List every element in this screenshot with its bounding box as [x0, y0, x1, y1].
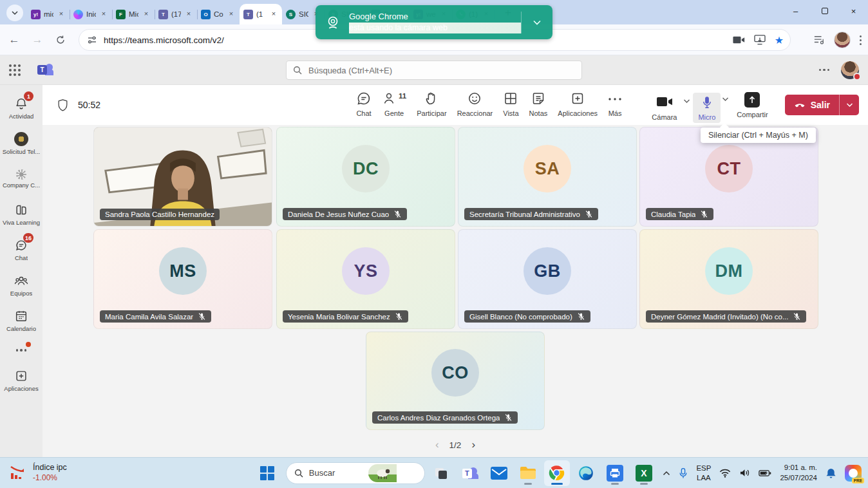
- more-button[interactable]: Más: [603, 91, 627, 117]
- chrome-button[interactable]: [544, 460, 570, 486]
- participant-nameplate: Secretaría Tribunal Administrativo: [464, 208, 598, 220]
- sidebar-item-actividad[interactable]: 1 Actividad: [0, 90, 42, 126]
- app-launcher-icon[interactable]: [9, 64, 21, 76]
- participant-tile[interactable]: DC Daniela De Jesus Nuñez Cuao: [276, 127, 455, 227]
- leave-options-chevron[interactable]: [840, 102, 859, 108]
- bookmark-star-icon[interactable]: ★: [775, 34, 784, 46]
- participant-tile[interactable]: YS Yesenia Maria Bolivar Sanchez: [276, 229, 455, 329]
- company-app-icon: [16, 169, 26, 180]
- participant-tile[interactable]: CO Carlos Andres Diaz Granados Ortega: [366, 332, 545, 430]
- participant-tile[interactable]: DM Deyner Gómez Madrid (Invitado) (No co…: [639, 229, 818, 329]
- page-previous-button[interactable]: ‹: [435, 438, 439, 451]
- browser-tab-forms[interactable]: F Micro ×: [112, 4, 155, 24]
- sidebar-item-equipos[interactable]: Equipos: [0, 267, 42, 303]
- sidebar-item-solicitud[interactable]: Solicitud Tel...: [0, 126, 42, 161]
- teams-app-button[interactable]: T: [457, 460, 483, 486]
- reload-button[interactable]: [52, 31, 70, 49]
- chat-button[interactable]: Chat: [351, 91, 377, 117]
- tray-expand-chevron[interactable]: [663, 471, 670, 476]
- mic-options-chevron[interactable]: [722, 97, 729, 102]
- react-button[interactable]: Reaccionar: [452, 91, 498, 117]
- notes-button[interactable]: Notas: [524, 91, 553, 117]
- sidebar-label: Company C...: [3, 182, 40, 189]
- share-button[interactable]: Compartir: [731, 92, 773, 118]
- sidebar-item-chat[interactable]: 16 Chat: [0, 232, 42, 267]
- mic-muted-icon: [577, 312, 585, 321]
- participant-grid: Sandra Paola Castillo Hernandez DC Danie…: [42, 125, 868, 457]
- tab-close-icon[interactable]: ×: [227, 10, 236, 19]
- leave-button[interactable]: Salir: [785, 95, 859, 115]
- camera-in-use-icon[interactable]: [733, 35, 745, 44]
- camera-usage-notification[interactable]: Google Chrome está usando la cámara web: [316, 5, 552, 39]
- tab-close-icon[interactable]: ×: [142, 10, 151, 19]
- participant-tile[interactable]: SA Secretaría Tribunal Administrativo: [458, 127, 637, 227]
- page-next-button[interactable]: ›: [471, 438, 475, 451]
- teams-more-options-icon[interactable]: [819, 69, 830, 71]
- teams-profile-avatar[interactable]: [841, 61, 859, 79]
- volume-icon[interactable]: [739, 468, 750, 478]
- participant-name: Gisell Blanco (No comprobado): [469, 313, 572, 321]
- fax-printer-app-button[interactable]: [602, 460, 628, 486]
- edge-button[interactable]: [573, 460, 599, 486]
- browser-tab-outlook[interactable]: O Corr ×: [197, 4, 240, 24]
- viva-learning-icon: [14, 203, 28, 217]
- teams-search-input[interactable]: Búsqueda (Ctrl+Alt+E): [286, 61, 582, 80]
- browser-tab-yammer[interactable]: y! micro ×: [27, 4, 70, 24]
- camera-options-chevron[interactable]: [683, 99, 690, 104]
- window-restore-button[interactable]: [810, 0, 839, 22]
- people-button[interactable]: 11 Gente: [377, 91, 411, 117]
- tab-search-button[interactable]: [6, 5, 23, 21]
- file-explorer-button[interactable]: [515, 460, 541, 486]
- raise-hand-button[interactable]: Participar: [411, 91, 451, 117]
- sidebar-label: Equipos: [10, 290, 32, 297]
- taskbar-search-input[interactable]: Buscar: [286, 462, 425, 484]
- camera-button[interactable]: Cámara: [646, 95, 682, 121]
- browser-tab-copilot[interactable]: Inicio ×: [70, 4, 112, 24]
- browser-profile-avatar[interactable]: [834, 32, 851, 48]
- task-view-button[interactable]: [428, 460, 454, 486]
- participant-tile[interactable]: GB Gisell Blanco (No comprobado): [458, 229, 637, 329]
- mic-button[interactable]: Micro: [693, 93, 721, 123]
- back-button[interactable]: ←: [5, 31, 23, 49]
- window-minimize-button[interactable]: –: [781, 0, 810, 22]
- search-highlight-image: [368, 464, 422, 482]
- sidebar-item-more[interactable]: [0, 338, 42, 362]
- participant-name: Yesenia Maria Bolivar Sanchez: [288, 313, 390, 321]
- tray-mic-icon[interactable]: [679, 467, 688, 479]
- weather-stocks-widget[interactable]: Índice ipc -1.00%: [9, 463, 67, 482]
- browser-menu-icon[interactable]: [860, 35, 862, 45]
- mail-app-button[interactable]: [486, 460, 512, 486]
- tab-close-icon[interactable]: ×: [57, 10, 66, 19]
- sidebar-item-viva-learning[interactable]: Viva Learning: [0, 196, 42, 232]
- excel-icon: X: [636, 465, 652, 482]
- participant-tile-video[interactable]: Sandra Paola Castillo Hernandez: [93, 127, 272, 227]
- sidebar-item-company[interactable]: Company C...: [0, 161, 42, 196]
- sidebar-item-aplicaciones[interactable]: Aplicaciones: [0, 362, 42, 398]
- participant-tile[interactable]: MS Maria Camila Avila Salazar: [93, 229, 272, 329]
- forms-favicon: F: [116, 10, 126, 19]
- tab-close-icon[interactable]: ×: [99, 10, 108, 19]
- browser-tab-teams[interactable]: T (17) C ×: [155, 4, 197, 24]
- tab-close-icon[interactable]: ×: [269, 10, 278, 19]
- start-button[interactable]: [260, 466, 274, 480]
- battery-icon[interactable]: [759, 469, 771, 477]
- save-tab-group-icon[interactable]: [754, 35, 766, 45]
- edge-icon: [578, 465, 594, 482]
- outlook-favicon: O: [201, 10, 211, 19]
- language-indicator[interactable]: ESPLAA: [696, 464, 711, 483]
- sidebar-item-calendario[interactable]: Calendario: [0, 303, 42, 338]
- window-close-button[interactable]: ×: [839, 0, 868, 22]
- notification-expand-button[interactable]: [522, 19, 552, 26]
- forward-button[interactable]: →: [28, 31, 46, 49]
- tab-close-icon[interactable]: ×: [184, 10, 193, 19]
- view-button[interactable]: Vista: [498, 91, 524, 117]
- playlist-icon[interactable]: [813, 35, 825, 45]
- copilot-icon[interactable]: PRE: [845, 465, 862, 482]
- notification-bell-icon[interactable]: [826, 467, 836, 479]
- clock[interactable]: 9:01 a. m.25/07/2024: [780, 463, 817, 483]
- wifi-icon[interactable]: [719, 469, 731, 478]
- excel-button[interactable]: X: [631, 460, 657, 486]
- browser-tab-teams-meeting[interactable]: T (1 ×: [240, 4, 282, 24]
- apps-button[interactable]: Aplicaciones: [552, 91, 603, 117]
- chrome-icon: [548, 464, 565, 482]
